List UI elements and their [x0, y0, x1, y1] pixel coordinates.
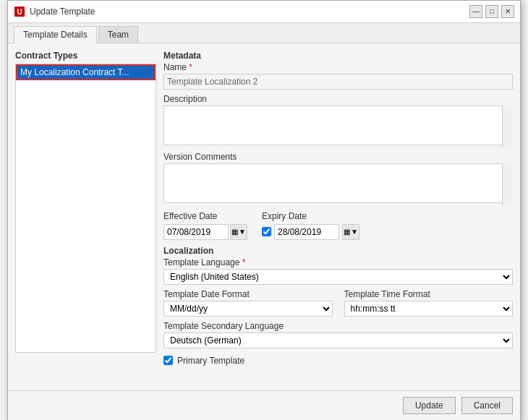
- tab-team[interactable]: Team: [98, 26, 138, 43]
- calendar-icon: ▦: [231, 228, 238, 236]
- contract-types-list[interactable]: My Localization Contract T...: [15, 64, 156, 353]
- title-bar: U Update Template — □ ✕: [8, 1, 520, 23]
- window-title: Update Template: [30, 7, 95, 17]
- template-language-group: Template Language * English (United Stat…: [163, 257, 513, 285]
- effective-date-input[interactable]: [163, 224, 229, 240]
- tab-template-details[interactable]: Template Details: [14, 26, 97, 43]
- dropdown-arrow-icon: ▼: [239, 228, 246, 236]
- description-label: Description: [163, 94, 513, 104]
- name-input[interactable]: [163, 74, 513, 90]
- dates-row: Effective Date ▦ ▼ Expiry Date: [163, 211, 513, 240]
- version-comments-textarea[interactable]: [163, 163, 503, 203]
- footer: Update Cancel: [8, 390, 520, 420]
- effective-date-field: Effective Date ▦ ▼: [163, 211, 247, 240]
- metadata-label: Metadata: [163, 51, 513, 61]
- name-required-star: *: [189, 62, 192, 72]
- description-wrapper: [163, 106, 513, 147]
- template-language-select[interactable]: English (United States) English (United …: [163, 269, 513, 285]
- close-button[interactable]: ✕: [501, 5, 514, 18]
- localization-label: Localization: [163, 246, 513, 256]
- effective-date-input-wrapper: ▦ ▼: [163, 224, 247, 240]
- time-format-select[interactable]: hh:mm:ss tt HH:mm:ss hh:mm tt: [344, 301, 514, 317]
- date-format-select[interactable]: MM/dd/yy dd/MM/yyyy yyyy-MM-dd: [163, 301, 333, 317]
- description-field-group: Description: [163, 94, 513, 147]
- update-button[interactable]: Update: [403, 397, 456, 414]
- content-area: Contract Types My Localization Contract …: [8, 43, 520, 390]
- date-format-label: Template Date Format: [163, 289, 333, 299]
- secondary-language-label: Template Secondary Language: [163, 321, 513, 331]
- effective-date-picker-button[interactable]: ▦ ▼: [230, 224, 247, 240]
- effective-date-label: Effective Date: [163, 211, 247, 221]
- cancel-button[interactable]: Cancel: [461, 397, 513, 414]
- metadata-section: Metadata Name * Description: [163, 51, 513, 240]
- svg-text:U: U: [17, 8, 22, 16]
- name-label: Name *: [163, 62, 513, 72]
- time-format-label: Template Time Format: [344, 289, 514, 299]
- list-item[interactable]: My Localization Contract T...: [16, 64, 156, 80]
- version-comments-field-group: Version Comments: [163, 152, 513, 205]
- expiry-date-input[interactable]: [274, 224, 339, 240]
- secondary-language-group: Template Secondary Language Deutsch (Ger…: [163, 321, 513, 348]
- window-controls: — □ ✕: [469, 5, 514, 18]
- expiry-date-field: Expiry Date ▦ ▼: [262, 211, 359, 240]
- template-language-required-star: *: [242, 257, 246, 267]
- expiry-date-picker-button[interactable]: ▦ ▼: [342, 224, 359, 240]
- description-textarea[interactable]: [163, 106, 503, 145]
- expiry-date-checkbox[interactable]: [262, 227, 271, 236]
- dropdown-arrow-icon-2: ▼: [351, 228, 358, 236]
- update-template-window: U Update Template — □ ✕ Template Details…: [7, 0, 521, 420]
- maximize-button[interactable]: □: [485, 5, 498, 18]
- minimize-button[interactable]: —: [469, 5, 482, 18]
- expiry-date-input-wrapper: ▦ ▼: [262, 224, 359, 240]
- date-format-group: Template Date Format MM/dd/yy dd/MM/yyyy…: [163, 289, 333, 317]
- version-comments-wrapper: [163, 163, 513, 205]
- name-field-group: Name *: [163, 62, 513, 90]
- left-panel: Contract Types My Localization Contract …: [15, 51, 156, 383]
- contract-types-label: Contract Types: [15, 51, 156, 61]
- template-language-label: Template Language *: [163, 257, 513, 267]
- secondary-language-select[interactable]: Deutsch (German) French (France) Spanish…: [163, 333, 513, 348]
- app-icon: U: [14, 6, 25, 17]
- right-panel: Metadata Name * Description: [163, 51, 513, 383]
- primary-template-checkbox[interactable]: [163, 356, 173, 365]
- primary-template-label: Primary Template: [177, 356, 244, 366]
- localization-section: Localization Template Language * English…: [163, 246, 513, 366]
- calendar-icon-2: ▦: [344, 228, 350, 236]
- time-format-group: Template Time Format hh:mm:ss tt HH:mm:s…: [344, 289, 514, 317]
- expiry-date-label: Expiry Date: [262, 211, 359, 221]
- primary-template-row: Primary Template: [163, 356, 513, 366]
- tabs-bar: Template Details Team: [8, 23, 520, 43]
- version-comments-label: Version Comments: [163, 152, 513, 162]
- format-row: Template Date Format MM/dd/yy dd/MM/yyyy…: [163, 289, 513, 317]
